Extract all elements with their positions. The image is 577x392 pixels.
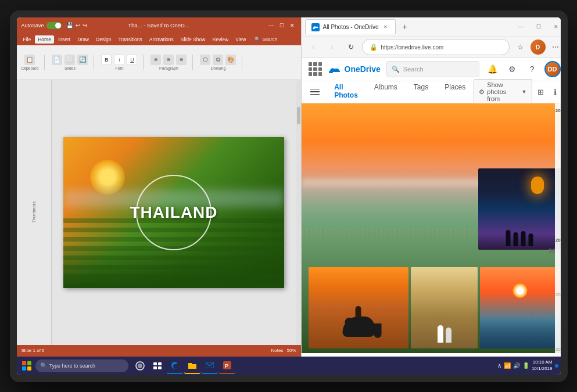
battery-icon[interactable]: 🔋: [522, 362, 529, 369]
waffle-dot: [318, 72, 322, 76]
hikers-photo[interactable]: [411, 267, 478, 348]
italic-icon[interactable]: I: [114, 55, 124, 65]
address-bar[interactable]: 🔒 https://onedrive.live.com: [362, 39, 510, 55]
od-search-box[interactable]: 🔍 Search: [386, 61, 479, 77]
tab-close-btn[interactable]: ✕: [382, 24, 389, 31]
elephant-photo[interactable]: [309, 267, 409, 348]
browser-close-btn[interactable]: ✕: [548, 20, 561, 33]
ppt-workspace: Thumbnails THAILAND: [17, 80, 301, 345]
browser-maximize-btn[interactable]: ☐: [531, 20, 547, 33]
browser-minimize-btn[interactable]: —: [513, 20, 529, 33]
underline-icon[interactable]: U: [127, 55, 137, 65]
refresh-btn[interactable]: ↻: [343, 39, 359, 55]
ppt-scrollbar[interactable]: [296, 80, 301, 345]
ppt-maximize-btn[interactable]: ☐: [278, 21, 286, 30]
sun-reflection: [513, 283, 528, 298]
settings-icon[interactable]: ⚙: [505, 62, 520, 77]
ribbon-tab-view[interactable]: View: [232, 35, 249, 44]
second-row: [309, 168, 561, 250]
start-sq-2: [27, 361, 31, 365]
tab-places[interactable]: Places: [436, 78, 474, 105]
onedrive-app-name: OneDrive: [345, 64, 381, 74]
paste-icon[interactable]: 📋: [24, 55, 35, 65]
slide-area[interactable]: THAILAND: [52, 80, 296, 345]
browser-panel: All Photos - OneDrive ✕ + — ☐ ✕ ‹ › ↻: [302, 17, 561, 357]
waffle-btn[interactable]: [309, 62, 322, 76]
timeline-scrollbar[interactable]: 2019 2018 2017 2016: [555, 103, 561, 357]
svg-rect-4: [153, 362, 157, 365]
new-slide-icon[interactable]: 📄: [52, 55, 62, 65]
file-explorer-icon[interactable]: [184, 358, 200, 374]
avatar-initials: DD: [548, 66, 557, 73]
taskbar-search[interactable]: 🔍 Type here to search: [35, 359, 128, 372]
tab-tags[interactable]: Tags: [406, 78, 436, 105]
back-btn[interactable]: ‹: [306, 39, 321, 55]
ribbon-tab-review[interactable]: Review: [209, 35, 231, 44]
bookmark-btn[interactable]: ☆: [513, 39, 528, 55]
align-center-icon[interactable]: ≡: [163, 55, 174, 65]
info-btn[interactable]: ℹ: [550, 84, 560, 99]
reset-icon[interactable]: 🔄: [77, 55, 88, 65]
powerpoint-icon[interactable]: P: [219, 358, 235, 374]
ribbon-tab-slideshow[interactable]: Slide Show: [178, 35, 209, 44]
taskbar-time-display: 10:10 AM: [533, 359, 553, 365]
layout-icon[interactable]: ⬜: [64, 55, 75, 65]
align-left-icon[interactable]: ≡: [150, 55, 161, 65]
lantern-photo[interactable]: [478, 168, 561, 250]
arrange-icon[interactable]: ⧉: [213, 55, 223, 65]
browser-toolbar-actions: ☆ D ⋯: [513, 39, 561, 55]
shape-icon[interactable]: ⬡: [200, 55, 210, 65]
ribbon-tab-insert[interactable]: Insert: [55, 35, 73, 44]
edge-icon[interactable]: [167, 358, 183, 374]
taskbar-search-icon: 🔍: [40, 362, 47, 369]
browser-more-btn[interactable]: ⋯: [548, 39, 561, 55]
ribbon-tab-design[interactable]: Design: [93, 35, 114, 44]
start-btn[interactable]: [19, 358, 34, 373]
misty-mountains-photo[interactable]: [393, 168, 476, 250]
hamburger-btn[interactable]: [309, 83, 322, 100]
volume-icon[interactable]: 🔊: [513, 362, 520, 369]
help-icon[interactable]: ?: [525, 62, 540, 77]
notes-btn[interactable]: Notes: [271, 348, 284, 353]
ribbon-tab-file[interactable]: File: [20, 35, 34, 44]
forward-btn[interactable]: ›: [325, 39, 340, 55]
notification-indicator[interactable]: [555, 364, 558, 368]
network-icon[interactable]: 📶: [504, 362, 511, 369]
ribbon-tab-animations[interactable]: Animations: [146, 35, 177, 44]
browser-tab-onedrive[interactable]: All Photos - OneDrive ✕: [305, 19, 396, 34]
ribbon-tab-transitions[interactable]: Transitions: [115, 35, 145, 44]
slide-container: THAILAND: [63, 137, 284, 288]
grid-view-btn[interactable]: ⊞: [536, 84, 547, 99]
svg-point-0: [313, 27, 314, 29]
browser-profile-btn[interactable]: D: [531, 39, 546, 55]
autosave-toggle[interactable]: [46, 22, 62, 29]
ppt-minimize-btn[interactable]: —: [267, 21, 275, 30]
onedrive-cloud-icon: [328, 65, 341, 73]
new-tab-btn[interactable]: +: [398, 20, 412, 34]
ribbon-tab-draw[interactable]: Draw: [74, 35, 92, 44]
task-view-btn[interactable]: [149, 358, 166, 374]
taskbar-clock[interactable]: 10:10 AM 10/1/2019: [532, 359, 553, 372]
bold-icon[interactable]: B: [101, 55, 112, 65]
ppt-close-btn[interactable]: ✕: [288, 21, 296, 30]
silhouette-2: [513, 232, 518, 246]
tab-all-photos[interactable]: All Photos: [326, 78, 366, 105]
bell-icon[interactable]: 🔔: [485, 62, 500, 77]
quick-styles-icon[interactable]: 🎨: [225, 55, 236, 65]
ribbon-search-placeholder[interactable]: Search: [262, 37, 277, 42]
chevron-up-icon[interactable]: ∧: [497, 362, 501, 369]
lantern: [531, 177, 544, 194]
user-avatar[interactable]: DD: [544, 61, 561, 77]
ribbon-group-font: B I U Font: [101, 55, 144, 70]
year-timeline-2016: 2016: [556, 347, 561, 352]
cortana-btn[interactable]: [132, 358, 148, 374]
taskbar-right: ∧ 📶 🔊 🔋 10:10 AM 10/1/2019: [497, 359, 558, 372]
tab-albums[interactable]: Albums: [366, 78, 406, 105]
ocean-sunset-photo[interactable]: [480, 267, 560, 348]
bullets-icon[interactable]: ≡: [176, 55, 187, 65]
mail-icon[interactable]: [202, 358, 218, 374]
ribbon-tab-home[interactable]: Home: [35, 35, 54, 44]
show-photos-btn[interactable]: ⚙ Show photos from ▼: [474, 79, 532, 105]
photos-content[interactable]: 2019: [302, 103, 561, 357]
svg-point-3: [138, 364, 142, 368]
